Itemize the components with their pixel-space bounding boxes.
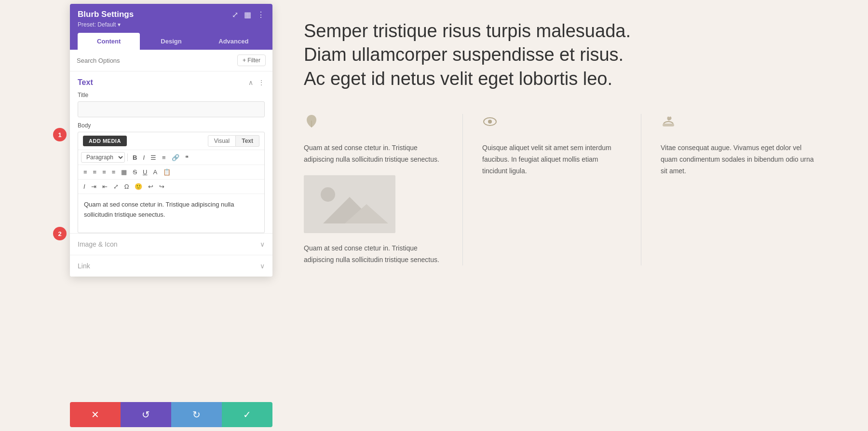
- blurb-col-3: Vitae consequat augue. Vivamus eget dolo…: [661, 114, 839, 265]
- panel-preset[interactable]: Preset: Default ▾: [78, 21, 265, 28]
- paragraph-select[interactable]: Paragraph: [81, 152, 125, 163]
- expand-icon[interactable]: ⤢: [232, 10, 238, 19]
- title-field-group: Title: [70, 92, 272, 122]
- visual-tab[interactable]: Visual: [208, 135, 236, 147]
- step-badge-2: 2: [53, 227, 67, 240]
- editor-top-bar: ADD MEDIA Visual Text: [78, 132, 264, 150]
- settings-panel: Blurb Settings ⤢ ▦ ⋮ Preset: Default ▾ C…: [70, 4, 272, 277]
- blurb-icon-2: [482, 114, 622, 133]
- menu-icon[interactable]: ⋮: [257, 10, 265, 19]
- align-justify-button[interactable]: ≡: [109, 167, 118, 177]
- section-collapse-icon[interactable]: ∧: [248, 79, 253, 86]
- tab-content[interactable]: Content: [78, 33, 140, 50]
- link-chevron: ∨: [260, 262, 265, 270]
- outdent-button[interactable]: ⇤: [100, 181, 110, 192]
- cancel-button[interactable]: ✕: [70, 402, 121, 427]
- right-content: Semper tristique risus turpis malesuada.…: [275, 0, 868, 431]
- toolbar-divider-1: [127, 153, 128, 161]
- save-button[interactable]: ✓: [222, 402, 272, 427]
- align-center-button[interactable]: ≡: [91, 167, 99, 177]
- redo-button[interactable]: ↻: [171, 402, 222, 427]
- omega-button[interactable]: Ω: [122, 181, 132, 192]
- hero-text: Semper tristique risus turpis malesuada.…: [304, 19, 632, 91]
- italic-btn2[interactable]: I: [81, 181, 88, 192]
- blurb-text-2: Quisque aliquet velit sit amet sem inter…: [482, 142, 622, 177]
- panel-tabs: Content Design Advanced: [78, 33, 265, 50]
- undo-button[interactable]: ↺: [121, 402, 171, 427]
- emoji-button[interactable]: 🙂: [132, 181, 145, 192]
- paste-button[interactable]: 📋: [161, 167, 173, 177]
- toolbar-row-1: Paragraph B I ☰ ≡ 🔗 ❝: [78, 150, 264, 165]
- blurb-image-1: [304, 175, 395, 233]
- link-button[interactable]: 🔗: [169, 153, 182, 163]
- link-section[interactable]: Link ∨: [70, 255, 272, 277]
- editor-content[interactable]: Quam at sed conse ctetur in. Tristique a…: [78, 194, 264, 233]
- blockquote-button[interactable]: ❝: [183, 153, 191, 163]
- section-header-icons: ∧ ⋮: [248, 79, 265, 86]
- toolbar-row-2: ≡ ≡ ≡ ≡ ▦ S U A 📋: [78, 165, 264, 180]
- blurb-icon-3: [661, 114, 820, 133]
- svg-rect-6: [663, 124, 674, 126]
- image-icon-title: Image & Icon: [78, 240, 118, 248]
- align-right-button[interactable]: ≡: [100, 167, 108, 177]
- table-button[interactable]: ▦: [119, 167, 129, 177]
- add-media-button[interactable]: ADD MEDIA: [83, 136, 127, 146]
- title-label: Title: [78, 92, 265, 98]
- body-label: Body: [70, 122, 272, 132]
- text-tab[interactable]: Text: [236, 135, 259, 147]
- blurb-text-3: Vitae consequat augue. Vivamus eget dolo…: [661, 142, 820, 177]
- link-title: Link: [78, 262, 90, 270]
- title-input[interactable]: [78, 101, 265, 117]
- strikethrough-button[interactable]: S: [130, 167, 139, 177]
- panel-title: Blurb Settings: [78, 10, 134, 19]
- image-icon-section[interactable]: Image & Icon ∨: [70, 233, 272, 255]
- text-color-button[interactable]: A: [150, 167, 160, 177]
- text-section-header: Text ∧ ⋮: [70, 71, 272, 92]
- tab-advanced[interactable]: Advanced: [203, 33, 265, 50]
- blurb-icon-1: [304, 114, 443, 133]
- tab-design[interactable]: Design: [140, 33, 202, 50]
- filter-button[interactable]: + Filter: [237, 55, 266, 66]
- panel-body: + Filter Text ∧ ⋮ Title Body: [70, 50, 272, 277]
- blurb-text-1: Quam at sed conse ctetur in. Tristique a…: [304, 142, 443, 166]
- undo-editor-button[interactable]: ↩: [146, 181, 156, 192]
- toolbar-row-3: I ⇥ ⇤ ⤢ Ω 🙂 ↩ ↪: [78, 180, 264, 194]
- italic-button[interactable]: I: [140, 153, 147, 163]
- blurb-col-1: Quam at sed conse ctetur in. Tristique a…: [304, 114, 463, 265]
- search-input[interactable]: [77, 57, 237, 64]
- blurb-grid: Quam at sed conse ctetur in. Tristique a…: [304, 114, 839, 265]
- blurb-col-2: Quisque aliquet velit sit amet sem inter…: [482, 114, 641, 265]
- redo-editor-button[interactable]: ↪: [157, 181, 167, 192]
- panel-header: Blurb Settings ⤢ ▦ ⋮ Preset: Default ▾ C…: [70, 4, 272, 50]
- panel-header-icons: ⤢ ▦ ⋮: [232, 10, 265, 19]
- bold-button[interactable]: B: [130, 153, 139, 163]
- editor-view-tabs: Visual Text: [208, 135, 259, 147]
- underline-button[interactable]: U: [140, 167, 149, 177]
- panel-bottom-bar: ✕ ↺ ↻ ✓: [70, 402, 272, 427]
- svg-point-5: [488, 120, 492, 124]
- editor-toolbar: ADD MEDIA Visual Text Paragraph B I ☰ ≡: [78, 132, 265, 233]
- step-badge-1: 1: [53, 128, 67, 141]
- indent-button[interactable]: ⇥: [89, 181, 99, 192]
- svg-point-3: [321, 187, 335, 202]
- search-bar: + Filter: [70, 50, 272, 71]
- numbered-list-button[interactable]: ≡: [160, 153, 168, 163]
- align-left-button[interactable]: ≡: [81, 167, 90, 177]
- expand-button[interactable]: ⤢: [111, 181, 121, 192]
- image-icon-chevron: ∨: [260, 240, 265, 248]
- blurb-text-1-below: Quam at sed conse ctetur in. Tristique a…: [304, 243, 443, 266]
- columns-icon[interactable]: ▦: [244, 10, 251, 19]
- text-section-title: Text: [78, 78, 93, 87]
- bullet-list-button[interactable]: ☰: [148, 153, 159, 163]
- section-menu-icon[interactable]: ⋮: [258, 79, 265, 86]
- left-panel: 1 2 Blurb Settings ⤢ ▦ ⋮ Preset: Default…: [0, 0, 275, 431]
